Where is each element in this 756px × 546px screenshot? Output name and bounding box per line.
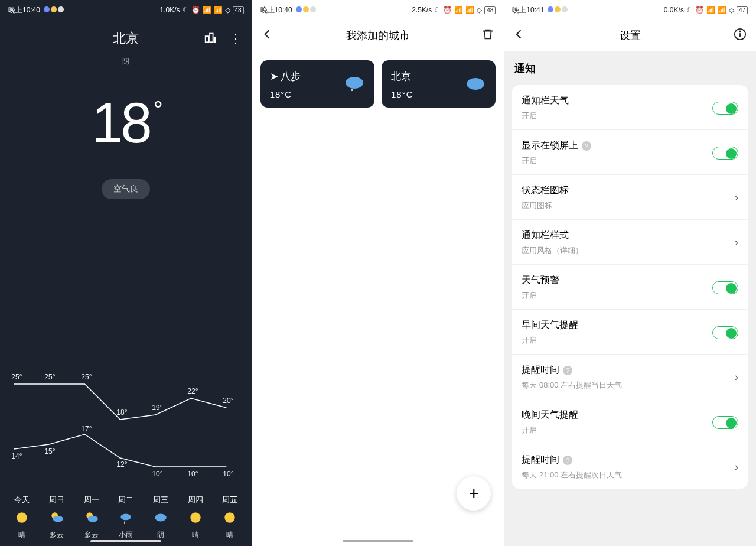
- city-card[interactable]: 北京 18°C: [382, 60, 496, 108]
- back-icon[interactable]: [513, 28, 525, 43]
- battery-icon: 48: [233, 6, 244, 14]
- more-icon[interactable]: ⋮: [230, 31, 242, 46]
- setting-row-notifstyle[interactable]: 通知栏样式应用风格（详细）›: [512, 220, 748, 265]
- svg-point-27: [346, 77, 363, 89]
- setting-subtitle: 每天 21:00 左右提醒次日天气: [522, 470, 735, 480]
- alarm-icon: ⏰: [695, 6, 704, 14]
- trash-icon[interactable]: [481, 28, 494, 43]
- svg-point-29: [467, 78, 484, 90]
- location-arrow-icon: ➤: [270, 70, 278, 83]
- add-city-button[interactable]: +: [457, 476, 491, 511]
- svg-text:19°: 19°: [152, 404, 162, 412]
- setting-row-morning[interactable]: 早间天气提醒开启: [512, 310, 748, 355]
- setting-title: 通知栏天气: [522, 95, 712, 107]
- setting-subtitle: 开启: [522, 425, 712, 436]
- toggle-switch[interactable]: [712, 281, 738, 294]
- status-indicator-icons: [43, 6, 64, 14]
- aqi-chip[interactable]: 空气良: [102, 179, 150, 199]
- svg-point-24: [155, 514, 167, 522]
- moon-icon: ☾: [183, 6, 189, 14]
- toggle-switch[interactable]: [712, 147, 738, 160]
- setting-row-alert[interactable]: 天气预警开启: [512, 265, 748, 310]
- signal-icon: 📶: [214, 6, 223, 14]
- current-temp: 18 °: [0, 90, 252, 155]
- setting-subtitle: 开启: [522, 110, 712, 121]
- setting-row-morning-time[interactable]: 提醒时间?每天 08:00 左右提醒当日天气›: [512, 355, 748, 399]
- svg-text:20°: 20°: [223, 396, 233, 405]
- cloud-rain-icon: [343, 74, 365, 95]
- condition-label: 阴: [0, 57, 252, 67]
- forecast-day[interactable]: 周五晴: [213, 495, 247, 540]
- chevron-right-icon: ›: [735, 461, 738, 473]
- city-name: 八步: [281, 70, 301, 83]
- wifi-icon: ◇: [225, 6, 230, 14]
- svg-text:25°: 25°: [81, 373, 92, 381]
- setting-subtitle: 开启: [522, 335, 712, 346]
- forecast-day[interactable]: 周四晴: [178, 495, 213, 540]
- help-icon[interactable]: ?: [563, 366, 572, 375]
- city-title: 北京: [113, 30, 139, 47]
- svg-rect-2: [214, 38, 215, 42]
- chevron-right-icon: ›: [735, 236, 738, 249]
- help-icon[interactable]: ?: [582, 141, 591, 151]
- buildings-icon[interactable]: [204, 31, 217, 46]
- info-icon[interactable]: [734, 28, 747, 43]
- cloud-icon: [464, 74, 486, 95]
- status-indicator-icons: [295, 6, 316, 14]
- help-icon[interactable]: ?: [563, 456, 572, 465]
- svg-text:10°: 10°: [152, 470, 162, 478]
- city-list-screen: 晚上10:40 2.5K/s ☾⏰ 📶📶◇ 48 我添加的城市 ➤八步 18°C…: [252, 0, 504, 546]
- signal-icon: 📶: [465, 6, 474, 14]
- toggle-switch[interactable]: [712, 326, 738, 339]
- net-speed: 2.5K/s: [412, 6, 432, 14]
- plus-icon: +: [469, 483, 480, 503]
- weather-main-screen: 晚上10:40 1.0K/s ☾ ⏰ 📶 📶 ◇ 48 北京 ⋮ 阴 18 ° …: [0, 0, 252, 546]
- setting-row-evening-time[interactable]: 提醒时间?每天 21:00 左右提醒次日天气›: [512, 444, 748, 489]
- svg-text:10°: 10°: [187, 470, 198, 478]
- battery-icon: 47: [737, 6, 748, 14]
- setting-subtitle: 每天 08:00 左右提醒当日天气: [522, 380, 735, 391]
- alarm-icon: ⏰: [443, 6, 452, 14]
- forecast-day[interactable]: 周二小雨: [109, 495, 144, 540]
- temperature-chart: 25°25°25° 18°19°22°20° 14°15°17° 12°10°1…: [0, 360, 252, 481]
- degree-icon: °: [154, 96, 161, 123]
- setting-subtitle: 开启: [522, 290, 712, 301]
- setting-row-statusicon[interactable]: 状态栏图标应用图标›: [512, 175, 748, 220]
- back-icon[interactable]: [262, 28, 273, 43]
- setting-row-notification-weather[interactable]: 通知栏天气开启: [512, 85, 748, 130]
- forecast-day[interactable]: 今天晴: [5, 495, 40, 540]
- setting-title: 提醒时间?: [522, 364, 735, 376]
- setting-title: 提醒时间?: [522, 454, 735, 466]
- svg-rect-1: [210, 34, 213, 43]
- setting-row-lockscreen[interactable]: 显示在锁屏上?开启: [512, 130, 748, 175]
- setting-title: 天气预警: [522, 274, 712, 287]
- setting-subtitle: 应用风格（详细）: [522, 245, 735, 256]
- wifi-icon: ◇: [477, 6, 482, 14]
- setting-subtitle: 应用图标: [522, 200, 735, 211]
- signal-icon: 📶: [718, 6, 726, 14]
- forecast-day[interactable]: 周日多云: [40, 495, 74, 540]
- setting-title: 显示在锁屏上?: [522, 139, 712, 152]
- nav-handle[interactable]: [343, 540, 413, 542]
- forecast-day[interactable]: 周一多云: [74, 495, 109, 540]
- svg-rect-0: [205, 36, 208, 42]
- status-bar: 晚上10:40 2.5K/s ☾⏰ 📶📶◇ 48: [252, 0, 504, 18]
- nav-handle[interactable]: [90, 540, 161, 542]
- net-speed: 1.0K/s: [160, 6, 180, 14]
- signal-icon: 📶: [454, 6, 463, 14]
- net-speed: 0.0K/s: [664, 6, 684, 14]
- chevron-right-icon: ›: [735, 371, 738, 384]
- chevron-right-icon: ›: [735, 191, 738, 204]
- svg-point-25: [190, 512, 200, 522]
- city-cards: ➤八步 18°C 北京 18°C: [252, 48, 504, 119]
- wifi-icon: ◇: [729, 6, 734, 14]
- toggle-switch[interactable]: [712, 102, 738, 115]
- clock-text: 晚上10:40: [260, 5, 292, 15]
- daily-forecast-row: 今天晴 周日多云 周一多云 周二小雨 周三阴 周四晴 周五晴: [0, 495, 252, 540]
- svg-text:10°: 10°: [223, 470, 233, 478]
- setting-title: 通知栏样式: [522, 229, 735, 242]
- city-card[interactable]: ➤八步 18°C: [260, 60, 374, 108]
- toggle-switch[interactable]: [712, 416, 738, 429]
- forecast-day[interactable]: 周三阴: [144, 495, 178, 540]
- setting-row-evening[interactable]: 晚间天气提醒开启: [512, 399, 748, 444]
